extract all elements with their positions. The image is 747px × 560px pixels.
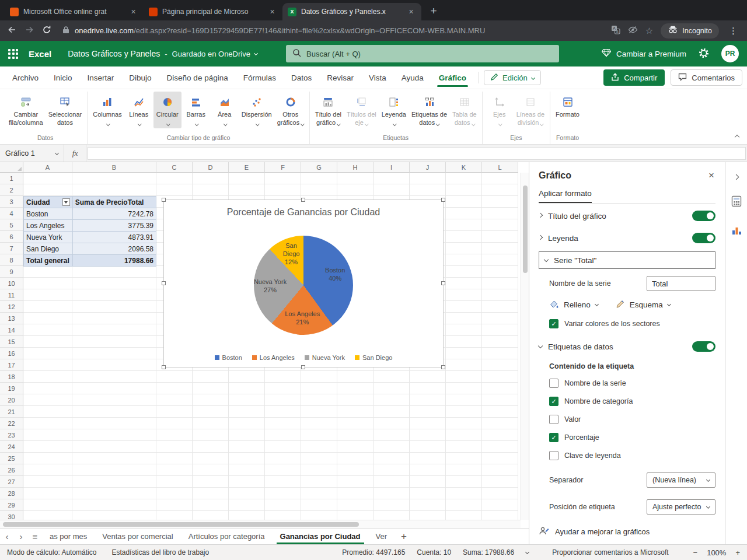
row-header-18[interactable]: 18 [0, 371, 23, 383]
expand-pane-icon[interactable] [734, 174, 739, 180]
row-header-4[interactable]: 4 [0, 208, 23, 219]
cell-A20[interactable] [23, 394, 72, 406]
cell-K22[interactable] [446, 418, 482, 429]
section-legend[interactable]: Leyenda [539, 228, 715, 248]
cell-J19[interactable] [410, 383, 446, 394]
column-header-K[interactable]: K [446, 162, 482, 173]
resize-handle[interactable] [441, 198, 445, 202]
ribbon-tab-gráfico[interactable]: Gráfico [431, 66, 474, 89]
row-header-3[interactable]: 3 [0, 196, 23, 208]
ribbon-tab-archivo[interactable]: Archivo [5, 66, 46, 89]
resize-handle[interactable] [162, 198, 166, 202]
cell-K15[interactable] [446, 336, 482, 348]
save-status[interactable]: Guardado en OneDrive [172, 50, 257, 58]
cell-C22[interactable] [156, 418, 193, 429]
cell-A1[interactable] [23, 173, 72, 184]
cell-L3[interactable] [482, 196, 518, 208]
cell-K9[interactable] [446, 266, 482, 278]
cell-E28[interactable] [229, 488, 265, 499]
cell-F21[interactable] [265, 406, 301, 418]
bookmark-star-icon[interactable]: ☆ [645, 26, 653, 36]
cell-J27[interactable] [410, 476, 446, 488]
cell-L28[interactable] [482, 488, 518, 499]
zoom-level[interactable]: 100% [707, 548, 726, 557]
cell-L27[interactable] [482, 476, 518, 488]
series-name-input[interactable] [647, 276, 715, 291]
row-header-22[interactable]: 22 [0, 418, 23, 429]
chart-object[interactable]: Porcentaje de Ganancias por Ciudad Bosto… [163, 200, 444, 368]
cell-K27[interactable] [446, 476, 482, 488]
cell-G26[interactable] [301, 464, 337, 476]
cell-L9[interactable] [482, 266, 518, 278]
cell-F22[interactable] [265, 418, 301, 429]
row-header-23[interactable]: 23 [0, 429, 23, 441]
cell-K19[interactable] [446, 383, 482, 394]
cell-F1[interactable] [265, 173, 301, 184]
cell-J21[interactable] [410, 406, 446, 418]
close-icon[interactable]: × [707, 170, 715, 180]
cell-B16[interactable] [72, 348, 156, 359]
pivot-cell[interactable]: 7242.78 [73, 208, 156, 220]
cell-A22[interactable] [23, 418, 72, 429]
cell-L14[interactable] [482, 324, 518, 336]
cell-A17[interactable] [23, 359, 72, 371]
close-tab-icon[interactable]: × [406, 7, 416, 17]
cell-C2[interactable] [156, 184, 193, 196]
cell-L21[interactable] [482, 406, 518, 418]
cell-K17[interactable] [446, 359, 482, 371]
cell-B14[interactable] [72, 324, 156, 336]
cell-H20[interactable] [337, 394, 374, 406]
cell-B20[interactable] [72, 394, 156, 406]
cell-L4[interactable] [482, 208, 518, 219]
legend-button[interactable]: Leyenda [379, 92, 409, 128]
scrollbar-thumb[interactable] [3, 522, 359, 527]
cell-L13[interactable] [482, 313, 518, 324]
cell-A21[interactable] [23, 406, 72, 418]
pivot-cell[interactable]: San Diego [24, 243, 73, 255]
cell-H25[interactable] [337, 453, 374, 464]
premium-button[interactable]: Cambiar a Premium [602, 48, 686, 59]
zoom-out-icon[interactable]: − [693, 548, 698, 557]
cell-L1[interactable] [482, 173, 518, 184]
cell-D20[interactable] [193, 394, 229, 406]
row-header-8[interactable]: 8 [0, 254, 23, 266]
separator-dropdown[interactable]: (Nueva línea) [647, 473, 715, 488]
avatar[interactable]: PR [721, 45, 739, 62]
cell-K26[interactable] [446, 464, 482, 476]
cell-C1[interactable] [156, 173, 193, 184]
cell-D28[interactable] [193, 488, 229, 499]
tab-aplicar-formato[interactable]: Aplicar formato [539, 189, 592, 203]
eye-off-icon[interactable] [628, 26, 638, 36]
scatter-chart-button[interactable]: Dispersión [239, 92, 274, 128]
cell-J18[interactable] [410, 371, 446, 383]
cell-A25[interactable] [23, 453, 72, 464]
row-header-26[interactable]: 26 [0, 464, 23, 476]
select-data-button[interactable]: Seleccionardatos [46, 92, 84, 128]
cell-L22[interactable] [482, 418, 518, 429]
cell-E20[interactable] [229, 394, 265, 406]
cell-L16[interactable] [482, 348, 518, 359]
cell-I18[interactable] [374, 371, 410, 383]
cell-K4[interactable] [446, 208, 482, 219]
row-header-27[interactable]: 27 [0, 476, 23, 488]
cell-K20[interactable] [446, 394, 482, 406]
row-header-1[interactable]: 1 [0, 173, 23, 184]
cell-D21[interactable] [193, 406, 229, 418]
resize-handle[interactable] [301, 365, 305, 369]
cell-A23[interactable] [23, 429, 72, 441]
cell-K12[interactable] [446, 301, 482, 313]
area-chart-button[interactable]: Área [211, 92, 239, 128]
cell-A15[interactable] [23, 336, 72, 348]
line-chart-button[interactable]: Líneas [125, 92, 153, 128]
cell-B19[interactable] [72, 383, 156, 394]
browser-tab[interactable]: XDatos Gráficos y Paneles.x× [282, 3, 421, 20]
cell-C23[interactable] [156, 429, 193, 441]
cell-J28[interactable] [410, 488, 446, 499]
cell-K29[interactable] [446, 499, 482, 511]
label-option-checkbox[interactable]: ✓Clave de leyenda [549, 450, 715, 461]
sheet-prev-icon[interactable]: ‹ [0, 531, 14, 541]
cell-H24[interactable] [337, 441, 374, 453]
column-header-A[interactable]: A [23, 162, 72, 173]
cell-J22[interactable] [410, 418, 446, 429]
feedback-link[interactable]: Proporcionar comentarios a Microsoft [552, 548, 668, 556]
